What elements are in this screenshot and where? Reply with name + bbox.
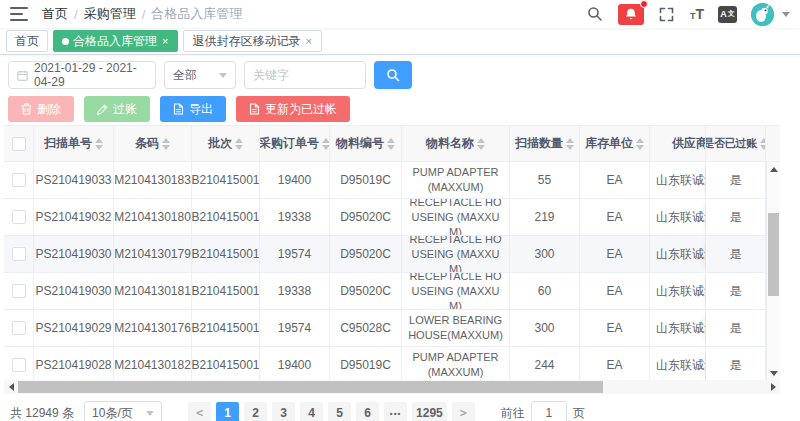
vertical-scroll-track[interactable] [767,176,780,366]
update-posted-button[interactable]: 更新为已过帐 [236,96,350,122]
breadcrumb-purchase[interactable]: 采购管理 [84,5,136,23]
page-size-select[interactable]: 10条/页 [84,401,162,421]
status-select[interactable]: 全部 [164,61,236,89]
total-count: 共 12949 条 [10,405,74,421]
breadcrumb-home[interactable]: 首页 [42,5,68,23]
row-checkbox-cell [4,199,34,236]
sort-caret-icon[interactable] [235,138,243,150]
sort-caret-icon[interactable] [636,138,644,150]
page-jump: 前往 页 [501,401,585,421]
page-button-2[interactable]: 2 [244,402,267,421]
cell-scan-qty: 219 [510,199,580,236]
page-button-1[interactable]: 1 [216,402,239,421]
update-posted-button-label: 更新为已过帐 [265,101,337,118]
error-log-button[interactable] [618,4,644,25]
cell-scan-no: PS210419028 [34,347,114,380]
vertical-scrollbar[interactable] [766,162,780,380]
row-checkbox[interactable] [12,173,26,187]
page-button-5[interactable]: 5 [328,402,351,421]
next-page-button[interactable]: > [452,402,475,421]
tab-close-icon[interactable]: × [304,36,312,47]
export-button[interactable]: 导出 [160,96,226,122]
row-checkbox[interactable] [12,358,26,372]
header-cell-material-no[interactable]: 物料编号 [330,126,402,162]
active-dot-icon [62,38,69,45]
table-row[interactable]: PS210419032M2104130180B21041500119338D95… [4,199,766,236]
header-cell-material-name[interactable]: 物料名称 [402,126,510,162]
keyword-input[interactable] [253,68,357,82]
table-row[interactable]: PS210419029M2104130176B21041500119574C95… [4,310,766,347]
header-cell-scan-qty[interactable]: 扫描数量 [510,126,580,162]
header-cell-scan-no[interactable]: 扫描单号 [34,126,114,162]
font-size-icon[interactable]: TT [690,7,704,21]
row-checkbox[interactable] [12,284,26,298]
language-icon[interactable]: A文 [718,6,737,23]
table-row[interactable]: PS210419033M2104130183B21041500119400D95… [4,162,766,199]
post-button[interactable]: 过账 [84,96,150,122]
table-body: PS210419033M2104130183B21041500119400D95… [4,162,766,380]
scroll-left-arrow[interactable] [4,380,18,394]
page-button-4[interactable]: 4 [300,402,323,421]
table-row[interactable]: PS210419030M2104130179B21041500119574D95… [4,236,766,273]
delete-button[interactable]: 删除 [8,96,74,122]
hamburger-menu-icon[interactable] [10,7,28,21]
cell-material-no: D95020C [330,199,402,236]
tab-close-icon[interactable]: × [161,36,169,47]
sort-caret-icon[interactable] [387,138,395,150]
tab-label: 合格品入库管理 [73,33,157,50]
prev-page-button[interactable]: < [188,402,211,421]
table-row[interactable]: PS210419028M2104130182B21041500119400D95… [4,347,766,380]
breadcrumb: 首页 / 采购管理 / 合格品入库管理 [42,5,242,23]
cell-barcode: M2104130180 [114,199,192,236]
header-cell-barcode[interactable]: 条码 [114,126,192,162]
row-checkbox[interactable] [12,210,26,224]
page-button-6[interactable]: 6 [356,402,379,421]
row-checkbox[interactable] [12,247,26,261]
sort-caret-icon[interactable] [477,138,485,150]
sort-caret-icon[interactable] [95,138,103,150]
sort-caret-icon[interactable] [566,138,574,150]
goto-label: 前往 [501,405,525,421]
header-cell-po-no[interactable]: 采购订单号 [260,126,330,162]
page-ellipsis-button[interactable]: ••• [384,402,407,421]
cell-scan-qty: 300 [510,236,580,273]
notification-badge [640,0,648,8]
horizontal-scroll-thumb[interactable] [18,381,603,393]
horizontal-scrollbar[interactable] [4,380,780,394]
filter-row: 2021-01-29 - 2021-04-29 全部 [8,61,792,89]
breadcrumb-separator: / [142,7,146,22]
row-checkbox[interactable] [12,321,26,335]
cell-supplier: 山东联诚集 [650,273,706,310]
header-cell-posted[interactable]: 是否已过账 [706,126,766,162]
horizontal-scroll-track[interactable] [18,380,766,394]
search-icon[interactable] [586,5,604,23]
scroll-up-arrow[interactable] [767,162,780,176]
header-cell-batch[interactable]: 批次 [192,126,260,162]
goto-page-input[interactable] [531,401,567,421]
header-cell-stock-unit[interactable]: 库存单位 [580,126,650,162]
breadcrumb-current: 合格品入库管理 [151,5,242,23]
bell-icon [625,8,637,21]
tab-label: 首页 [15,33,39,50]
vertical-scroll-thumb[interactable] [768,213,779,296]
breadcrumb-separator: / [74,7,78,22]
sort-caret-icon[interactable] [162,138,170,150]
header-checkbox-cell [4,126,34,162]
select-all-checkbox[interactable] [12,137,26,151]
avatar[interactable] [751,3,774,26]
table-row[interactable]: PS210419030M2104130181B21041500119338D95… [4,273,766,310]
page-size-value: 10条/页 [92,405,133,421]
sort-caret-icon[interactable] [322,138,330,150]
date-range-picker[interactable]: 2021-01-29 - 2021-04-29 [8,61,156,89]
page-button-3[interactable]: 3 [272,402,295,421]
fullscreen-icon[interactable] [658,5,676,23]
tab-qualified-inbound[interactable]: 合格品入库管理 × [53,30,178,52]
tab-home[interactable]: 首页 [6,30,48,52]
user-menu-caret-icon[interactable] [782,12,790,17]
action-buttons-row: 删除 过账 导出 更新为已过帐 [8,96,792,122]
page-button-1295[interactable]: 1295 [412,402,447,421]
scroll-right-arrow[interactable] [766,380,780,394]
search-button[interactable] [374,61,412,89]
scroll-down-arrow[interactable] [767,366,780,380]
tab-sealed-area-moves[interactable]: 退供封存区移动记录 × [183,30,321,52]
